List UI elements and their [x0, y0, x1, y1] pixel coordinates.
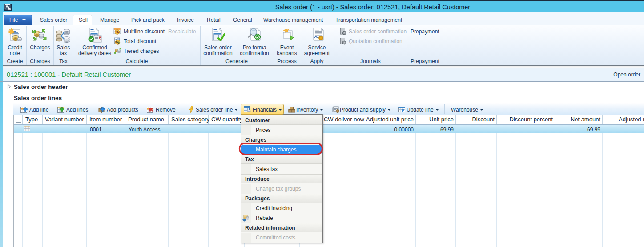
svg-text:%: % [116, 40, 119, 44]
svg-text:%: % [115, 30, 119, 34]
